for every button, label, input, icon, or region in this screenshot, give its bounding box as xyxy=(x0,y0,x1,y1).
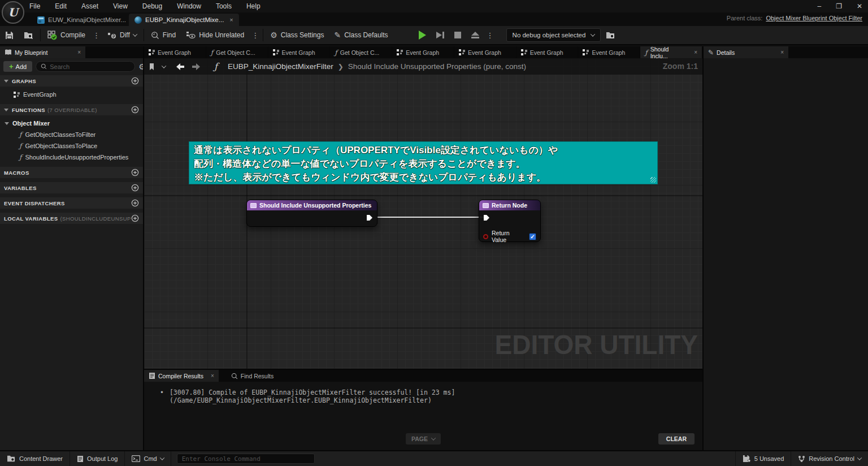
unsaved-assets-button[interactable]: 5 Unsaved xyxy=(735,451,791,466)
section-variables[interactable]: VARIABLES xyxy=(0,182,143,193)
menu-window[interactable]: Window xyxy=(177,2,201,10)
blueprint-search[interactable] xyxy=(36,61,135,72)
tab-my-blueprint[interactable]: My Blueprint × xyxy=(0,46,85,58)
comment-node[interactable]: 通常は表示されないプロパティ（UPROPERTYでVisible設定されていない… xyxy=(189,141,658,184)
section-graphs[interactable]: GRAPHS xyxy=(0,75,143,87)
add-button[interactable]: + Add xyxy=(3,61,32,72)
return-node[interactable]: Return Node Return Value ✓ xyxy=(479,200,541,242)
compile-options-icon[interactable]: ⋮ xyxy=(90,31,102,40)
add-variable-icon[interactable] xyxy=(131,184,139,192)
panel-settings-gear-icon[interactable]: ⚙ xyxy=(138,63,143,71)
console-command-field[interactable] xyxy=(177,454,315,464)
close-window-button[interactable]: ✕ xyxy=(857,2,862,10)
minimize-button[interactable]: – xyxy=(817,2,821,10)
close-tab-icon[interactable]: × xyxy=(211,373,214,379)
boolean-pin-icon[interactable] xyxy=(483,234,488,239)
add-function-icon[interactable] xyxy=(131,106,139,114)
forward-arrow-icon[interactable] xyxy=(190,63,202,71)
play-button[interactable] xyxy=(414,26,431,44)
restore-button[interactable]: ❐ xyxy=(836,2,842,10)
eject-button[interactable] xyxy=(466,26,484,44)
close-tab-icon[interactable]: × xyxy=(780,49,784,55)
node-header[interactable]: Should Include Unsupported Properties xyxy=(247,200,377,210)
function-item-shouldincludeunsupportedproperties[interactable]: ƒ ShouldIncludeUnsupportedProperties xyxy=(0,152,143,163)
blueprint-graph-canvas[interactable]: ƒ EUBP_KinnajiObjectMixerFilter ❯ Should… xyxy=(144,58,702,369)
add-macro-icon[interactable] xyxy=(131,169,139,176)
function-icon: ƒ xyxy=(335,49,337,57)
add-event-dispatcher-icon[interactable] xyxy=(131,199,139,207)
page-dropdown[interactable]: PAGE xyxy=(406,433,441,445)
graph-tab-event-graph-1[interactable]: Event Graph xyxy=(144,46,206,58)
revision-control-branch-icon xyxy=(798,455,805,463)
bookmark-icon[interactable] xyxy=(149,63,158,71)
tab-compiler-results[interactable]: Compiler Results × xyxy=(144,370,219,382)
section-functions[interactable]: FUNCTIONS (7 OVERRIDABLE) xyxy=(0,104,143,115)
content-drawer-button[interactable]: Content Drawer xyxy=(0,451,70,466)
clear-button[interactable]: CLEAR xyxy=(658,433,695,445)
menu-help[interactable]: Help xyxy=(246,2,261,10)
close-tab-icon[interactable]: × xyxy=(229,16,233,23)
graph-tab-event-graph-5[interactable]: Event Graph xyxy=(517,46,579,58)
graph-tab-event-graph-6[interactable]: Event Graph xyxy=(578,46,640,58)
blueprint-toolbar: Compile ⋮ Diff Find Hide Unrelated ⋮ ⚙ C… xyxy=(0,26,868,45)
category-object-mixer[interactable]: Object Mixer xyxy=(0,118,143,129)
add-graph-icon[interactable] xyxy=(131,77,139,85)
browse-asset-button[interactable] xyxy=(19,26,38,44)
browse-debug-object-button[interactable] xyxy=(601,26,620,44)
graph-tab-event-graph-3[interactable]: Event Graph xyxy=(392,46,454,58)
menu-view[interactable]: View xyxy=(113,2,128,10)
menu-debug[interactable]: Debug xyxy=(142,2,162,10)
stop-button[interactable] xyxy=(449,26,466,44)
graph-tab-should-include-active[interactable]: ƒ Should Inclu... × xyxy=(640,46,702,58)
frame-skip-button[interactable] xyxy=(431,26,449,44)
node-header[interactable]: Return Node xyxy=(479,200,540,210)
hide-unrelated-options-icon[interactable]: ⋮ xyxy=(249,31,261,40)
close-tab-icon[interactable]: × xyxy=(694,49,697,55)
parent-class-link[interactable]: Object Mixer Blueprint Object Filter xyxy=(766,15,862,21)
save-button[interactable] xyxy=(0,26,19,44)
exec-output-pin[interactable] xyxy=(366,214,373,221)
class-defaults-button[interactable]: ✎ Class Defaults xyxy=(329,26,393,44)
menu-edit[interactable]: Edit xyxy=(55,2,67,10)
debug-object-dropdown[interactable]: No debug object selected xyxy=(506,28,601,42)
return-value-checkbox[interactable]: ✓ xyxy=(529,233,536,240)
search-input[interactable] xyxy=(50,63,130,70)
cmd-dropdown[interactable]: Cmd xyxy=(125,451,171,466)
back-arrow-icon[interactable] xyxy=(175,63,186,71)
tab-euw-kinnaji-object-mixer[interactable]: EUW_KinnajiObjectMixer... xyxy=(32,14,132,26)
hide-unrelated-button[interactable]: Hide Unrelated xyxy=(181,26,249,44)
breadcrumb-root[interactable]: EUBP_KinnajiObjectMixerFilter xyxy=(228,62,333,71)
output-log-button[interactable]: Output Log xyxy=(70,451,125,466)
function-item-getobjectclassestoplace[interactable]: ƒ GetObjectClassesToPlace xyxy=(0,140,143,152)
find-button[interactable]: Find xyxy=(146,26,181,44)
graph-tab-get-object-2[interactable]: ƒ Get Object C... xyxy=(330,46,392,58)
console-command-input[interactable] xyxy=(182,455,310,463)
menu-asset[interactable]: Asset xyxy=(81,2,98,10)
play-options-icon[interactable]: ⋮ xyxy=(484,31,496,40)
function-entry-node[interactable]: Should Include Unsupported Properties xyxy=(246,200,377,227)
comment-resize-handle[interactable] xyxy=(650,177,656,183)
function-item-getobjectclassestofilter[interactable]: ƒ GetObjectClassesToFilter xyxy=(0,129,143,140)
compiler-log-entry[interactable]: • [3007.80] Compile of EUBP_KinnajiObjec… xyxy=(160,389,702,404)
section-local-variables[interactable]: LOCAL VARIABLES (SHOULDINCLUDEUNSUPPORTE… xyxy=(0,213,143,224)
graph-item-eventgraph[interactable]: EventGraph xyxy=(0,89,143,100)
tab-find-results[interactable]: Find Results xyxy=(227,370,278,382)
graph-tab-get-object-1[interactable]: ƒ Get Object C... xyxy=(206,46,268,58)
tab-eubp-kinnaji-object-mixer[interactable]: EUBP_KinnajiObjectMixe... × xyxy=(129,14,239,26)
exec-input-pin[interactable] xyxy=(483,214,490,221)
add-local-variable-icon[interactable] xyxy=(131,214,139,222)
menu-file[interactable]: File xyxy=(29,2,40,10)
graph-tab-event-graph-4[interactable]: Event Graph xyxy=(454,46,517,58)
graph-tab-event-graph-2[interactable]: Event Graph xyxy=(268,46,331,58)
revision-control-button[interactable]: Revision Control xyxy=(791,451,868,466)
menu-tools[interactable]: Tools xyxy=(216,2,232,10)
section-event-dispatchers[interactable]: EVENT DISPATCHERS xyxy=(0,197,143,209)
my-blueprint-tab-strip: My Blueprint × xyxy=(0,46,143,58)
chevron-down-icon[interactable] xyxy=(162,63,166,68)
section-macros[interactable]: MACROS xyxy=(0,167,143,178)
compile-button[interactable]: Compile xyxy=(42,26,90,44)
class-settings-button[interactable]: ⚙ Class Settings xyxy=(265,26,329,44)
diff-button[interactable]: Diff xyxy=(102,26,142,44)
close-panel-icon[interactable]: × xyxy=(77,49,81,55)
tab-details[interactable]: ✎ Details × xyxy=(704,46,788,58)
